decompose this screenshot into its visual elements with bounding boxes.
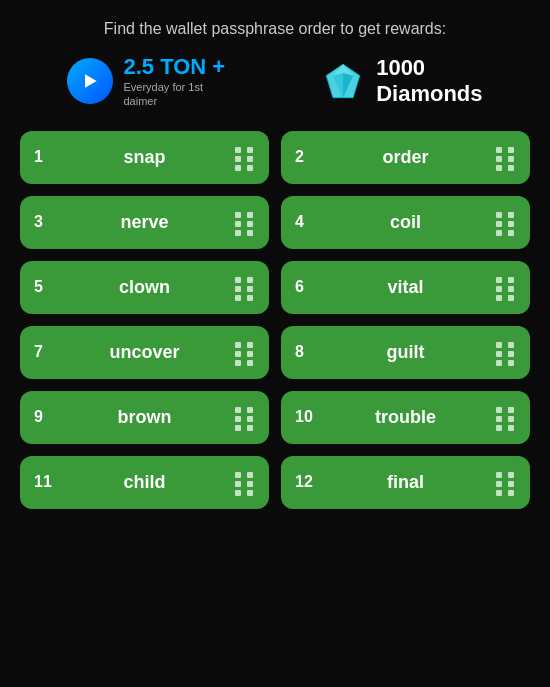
diamonds-reward: 1000 Diamonds [320, 55, 482, 107]
word-label-3: nerve [54, 212, 235, 233]
svg-marker-0 [85, 75, 97, 88]
word-number-6: 6 [295, 278, 315, 296]
ton-reward: 2.5 TON + Everyday for 1st daimer [67, 54, 225, 109]
drag-handle-12 [496, 472, 516, 492]
word-number-2: 2 [295, 148, 315, 166]
word-label-5: clown [54, 277, 235, 298]
ton-text: 2.5 TON + Everyday for 1st daimer [123, 54, 225, 109]
word-number-1: 1 [34, 148, 54, 166]
drag-handle-7 [235, 342, 255, 362]
word-card-6[interactable]: 6vital [281, 261, 530, 314]
word-label-8: guilt [315, 342, 496, 363]
drag-handle-8 [496, 342, 516, 362]
ton-subtitle: Everyday for 1st daimer [123, 80, 225, 109]
word-card-3[interactable]: 3nerve [20, 196, 269, 249]
word-number-11: 11 [34, 473, 54, 491]
words-grid: 1snap2order3nerve4coil5clown6vital7uncov… [20, 131, 530, 509]
word-label-9: brown [54, 407, 235, 428]
word-card-9[interactable]: 9brown [20, 391, 269, 444]
word-number-4: 4 [295, 213, 315, 231]
word-label-4: coil [315, 212, 496, 233]
drag-handle-1 [235, 147, 255, 167]
drag-handle-3 [235, 212, 255, 232]
word-label-10: trouble [315, 407, 496, 428]
word-card-8[interactable]: 8guilt [281, 326, 530, 379]
word-number-10: 10 [295, 408, 315, 426]
drag-handle-5 [235, 277, 255, 297]
word-card-2[interactable]: 2order [281, 131, 530, 184]
drag-handle-2 [496, 147, 516, 167]
word-card-1[interactable]: 1snap [20, 131, 269, 184]
word-label-11: child [54, 472, 235, 493]
word-card-12[interactable]: 12final [281, 456, 530, 509]
word-number-7: 7 [34, 343, 54, 361]
word-label-2: order [315, 147, 496, 168]
word-card-10[interactable]: 10trouble [281, 391, 530, 444]
drag-handle-9 [235, 407, 255, 427]
rewards-row: 2.5 TON + Everyday for 1st daimer 1000 D… [20, 54, 530, 109]
word-card-11[interactable]: 11child [20, 456, 269, 509]
diamonds-text: 1000 Diamonds [376, 55, 482, 107]
drag-handle-4 [496, 212, 516, 232]
word-card-7[interactable]: 7uncover [20, 326, 269, 379]
diamond-icon [320, 58, 366, 104]
diamond-label: Diamonds [376, 81, 482, 107]
ton-amount: 2.5 TON + [123, 54, 225, 80]
word-label-12: final [315, 472, 496, 493]
drag-handle-6 [496, 277, 516, 297]
diamond-count: 1000 [376, 55, 482, 81]
play-icon [67, 58, 113, 104]
word-number-12: 12 [295, 473, 315, 491]
word-card-5[interactable]: 5clown [20, 261, 269, 314]
word-number-5: 5 [34, 278, 54, 296]
word-number-3: 3 [34, 213, 54, 231]
word-label-1: snap [54, 147, 235, 168]
word-card-4[interactable]: 4coil [281, 196, 530, 249]
word-number-9: 9 [34, 408, 54, 426]
word-number-8: 8 [295, 343, 315, 361]
drag-handle-11 [235, 472, 255, 492]
word-label-6: vital [315, 277, 496, 298]
word-label-7: uncover [54, 342, 235, 363]
drag-handle-10 [496, 407, 516, 427]
header-instruction: Find the wallet passphrase order to get … [104, 20, 446, 38]
